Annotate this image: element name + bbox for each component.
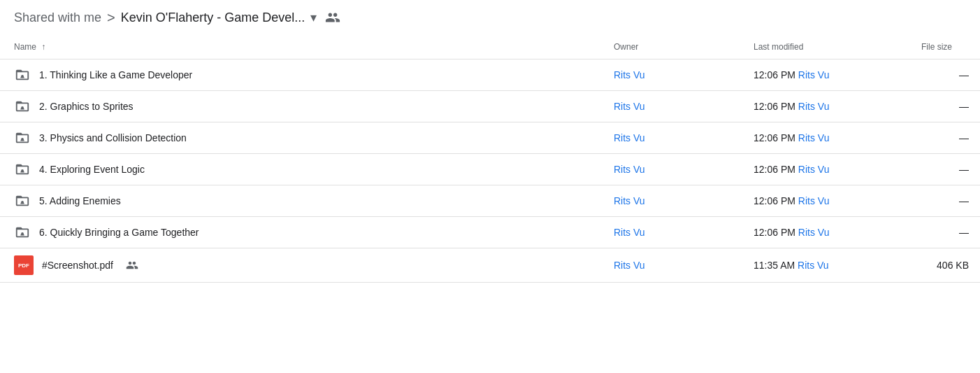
file-size-cell: —: [910, 122, 980, 154]
last-modified-cell: 12:06 PM Rits Vu: [742, 185, 910, 217]
shared-badge-icon: [126, 259, 138, 272]
last-modified-column-header: Last modified: [742, 35, 910, 59]
owner-name[interactable]: Rits Vu: [614, 227, 645, 238]
file-size-cell: —: [910, 217, 980, 248]
folder-shared-icon: [14, 192, 31, 209]
file-name-label: #Screenshot.pdf: [42, 260, 113, 271]
name-cell: 6. Quickly Bringing a Game Together: [14, 224, 589, 241]
owner-cell: Rits Vu: [603, 154, 742, 185]
mod-time: 12:06 PM: [754, 101, 795, 112]
owner-cell: Rits Vu: [603, 59, 742, 91]
breadcrumb-separator: >: [107, 10, 115, 24]
file-size-column-header: File size: [910, 35, 980, 59]
owner-cell: Rits Vu: [603, 91, 742, 122]
owner-name[interactable]: Rits Vu: [614, 195, 645, 206]
sort-arrow-icon: ↑: [41, 42, 45, 52]
table-row[interactable]: 1. Thinking Like a Game DeveloperRits Vu…: [0, 59, 980, 91]
owner-name[interactable]: Rits Vu: [614, 164, 645, 175]
owner-cell: Rits Vu: [603, 185, 742, 217]
owner-name[interactable]: Rits Vu: [614, 260, 645, 271]
mod-time: 11:35 AM: [754, 260, 795, 271]
file-size-cell: —: [910, 154, 980, 185]
owner-name[interactable]: Rits Vu: [614, 69, 645, 80]
folder-shared-icon: [14, 66, 31, 83]
owner-column-header: Owner: [603, 35, 742, 59]
file-name-label: 1. Thinking Like a Game Developer: [39, 69, 192, 80]
folder-shared-icon: [14, 98, 31, 115]
mod-time: 12:06 PM: [754, 164, 795, 175]
folder-shared-icon: [14, 161, 31, 178]
owner-name[interactable]: Rits Vu: [614, 132, 645, 143]
last-modified-cell: 12:06 PM Rits Vu: [742, 217, 910, 248]
chevron-down-icon[interactable]: ▾: [310, 10, 317, 25]
mod-owner[interactable]: Rits Vu: [798, 69, 830, 80]
last-modified-cell: 12:06 PM Rits Vu: [742, 59, 910, 91]
table-row[interactable]: PDF#Screenshot.pdf Rits Vu11:35 AM Rits …: [0, 248, 980, 283]
mod-owner[interactable]: Rits Vu: [798, 164, 830, 175]
owner-cell: Rits Vu: [603, 248, 742, 283]
file-name-label: 6. Quickly Bringing a Game Together: [39, 227, 199, 238]
name-cell: 1. Thinking Like a Game Developer: [14, 66, 589, 83]
owner-cell: Rits Vu: [603, 122, 742, 154]
name-cell: 2. Graphics to Sprites: [14, 98, 589, 115]
file-name-label: 2. Graphics to Sprites: [39, 101, 134, 112]
table-row[interactable]: 3. Physics and Collision DetectionRits V…: [0, 122, 980, 154]
owner-name[interactable]: Rits Vu: [614, 101, 645, 112]
table-header-row: Name ↑ Owner Last modified File size: [0, 35, 980, 59]
breadcrumb: Shared with me > Kevin O'Flaherty - Game…: [0, 0, 980, 35]
file-table: Name ↑ Owner Last modified File size 1. …: [0, 35, 980, 283]
folder-shared-icon: [14, 224, 31, 241]
pdf-icon: PDF: [14, 255, 34, 275]
file-size-cell: —: [910, 91, 980, 122]
file-name-label: 5. Adding Enemies: [39, 195, 121, 206]
breadcrumb-current-folder: Kevin O'Flaherty - Game Devel...: [121, 10, 305, 25]
table-row[interactable]: 4. Exploring Event LogicRits Vu12:06 PM …: [0, 154, 980, 185]
file-size-cell: 406 KB: [910, 248, 980, 283]
mod-time: 12:06 PM: [754, 132, 795, 143]
mod-owner[interactable]: Rits Vu: [798, 260, 829, 271]
folder-shared-icon: [14, 129, 31, 146]
table-row[interactable]: 5. Adding EnemiesRits Vu12:06 PM Rits Vu…: [0, 185, 980, 217]
mod-owner[interactable]: Rits Vu: [798, 101, 830, 112]
table-row[interactable]: 6. Quickly Bringing a Game TogetherRits …: [0, 217, 980, 248]
table-row[interactable]: 2. Graphics to SpritesRits Vu12:06 PM Ri…: [0, 91, 980, 122]
mod-owner[interactable]: Rits Vu: [798, 227, 830, 238]
mod-time: 12:06 PM: [754, 69, 795, 80]
owner-cell: Rits Vu: [603, 217, 742, 248]
breadcrumb-shared-link[interactable]: Shared with me: [14, 10, 101, 25]
people-icon: [325, 10, 340, 25]
file-name-label: 4. Exploring Event Logic: [39, 164, 145, 175]
last-modified-cell: 12:06 PM Rits Vu: [742, 122, 910, 154]
mod-time: 12:06 PM: [754, 227, 795, 238]
mod-owner[interactable]: Rits Vu: [798, 195, 830, 206]
file-size-cell: —: [910, 59, 980, 91]
mod-time: 12:06 PM: [754, 195, 795, 206]
name-cell: 4. Exploring Event Logic: [14, 161, 589, 178]
last-modified-cell: 12:06 PM Rits Vu: [742, 91, 910, 122]
last-modified-cell: 11:35 AM Rits Vu: [742, 248, 910, 283]
file-name-label: 3. Physics and Collision Detection: [39, 132, 187, 143]
mod-owner[interactable]: Rits Vu: [798, 132, 830, 143]
last-modified-cell: 12:06 PM Rits Vu: [742, 154, 910, 185]
name-column-header[interactable]: Name ↑: [0, 35, 603, 59]
name-cell: 3. Physics and Collision Detection: [14, 129, 589, 146]
name-cell: PDF#Screenshot.pdf: [14, 255, 589, 275]
file-size-cell: —: [910, 185, 980, 217]
name-cell: 5. Adding Enemies: [14, 192, 589, 209]
